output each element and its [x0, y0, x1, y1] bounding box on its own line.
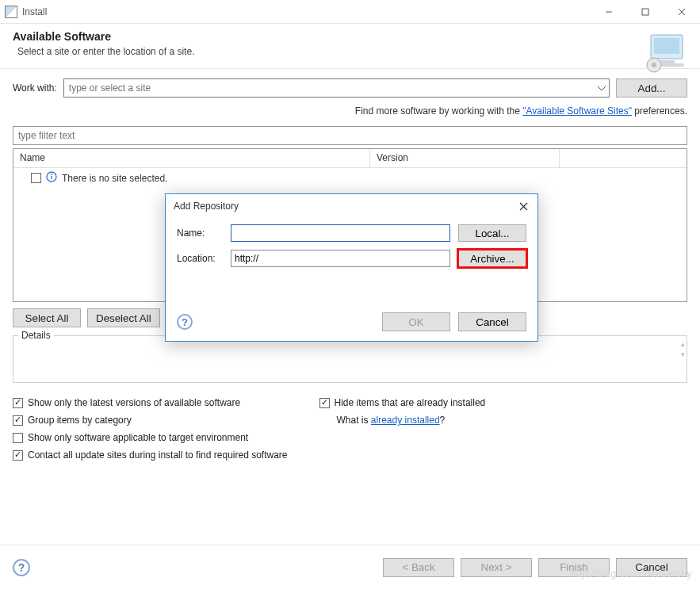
col-spacer [560, 149, 687, 167]
scroll-up-icon[interactable]: ▴ [681, 341, 685, 348]
chevron-down-icon[interactable] [598, 82, 606, 94]
workwith-combo[interactable] [63, 78, 610, 98]
svg-point-11 [51, 174, 52, 175]
window-titlebar: Install [0, 0, 700, 24]
workwith-input[interactable] [67, 82, 591, 94]
deselect-all-button[interactable]: Deselect All [87, 308, 160, 327]
details-label: Details [18, 330, 54, 341]
sites-hint: Find more software by working with the "… [13, 105, 687, 117]
table-row[interactable]: There is no site selected. [31, 171, 680, 185]
location-label: Location: [177, 253, 223, 264]
table-header: Name Version [13, 149, 687, 168]
opt-target[interactable]: Show only software applicable to target … [13, 432, 288, 443]
name-row: Name: Local... [177, 224, 526, 242]
finish-button[interactable]: Finish [538, 558, 610, 577]
bottom-bar: ? < Back Next > Finish Cancel [0, 545, 700, 589]
svg-rect-12 [51, 176, 52, 179]
details-scroll[interactable]: ▴▾ [681, 341, 685, 358]
workwith-label: Work with: [13, 82, 57, 94]
dialog-titlebar: Add Repository [166, 194, 537, 218]
close-button[interactable] [664, 0, 700, 24]
maximize-button[interactable] [627, 0, 664, 24]
name-label: Name: [177, 228, 223, 239]
location-field[interactable] [231, 250, 450, 267]
info-icon [46, 171, 57, 185]
dialog-help-icon[interactable]: ? [177, 314, 193, 330]
location-row: Location: Archive... [177, 250, 526, 267]
dialog-footer: ? OK Cancel [177, 312, 526, 331]
opt-contact[interactable]: Contact all update sites during install … [13, 449, 288, 461]
select-all-button[interactable]: Select All [13, 308, 81, 327]
window-title: Install [22, 6, 591, 17]
dialog-ok-button[interactable]: OK [382, 312, 450, 331]
local-button[interactable]: Local... [458, 224, 526, 242]
checkbox[interactable] [13, 415, 23, 426]
checkbox[interactable] [13, 450, 23, 461]
dialog-cancel-button[interactable]: Cancel [458, 312, 526, 331]
opt-group[interactable]: Group items by category [13, 415, 288, 426]
name-field[interactable] [231, 224, 450, 242]
opt-hide-installed[interactable]: Hide items that are already installed [319, 397, 486, 408]
svg-point-9 [652, 63, 656, 67]
row-checkbox[interactable] [31, 173, 41, 183]
available-software-sites-link[interactable]: "Available Software Sites" [522, 105, 632, 117]
dialog-close-button[interactable] [514, 197, 533, 215]
checkbox[interactable] [13, 398, 23, 408]
options: Show only the latest versions of availab… [13, 397, 687, 461]
svg-rect-1 [642, 9, 648, 15]
scroll-down-icon[interactable]: ▾ [681, 351, 685, 358]
col-name[interactable]: Name [13, 149, 370, 167]
dialog-title: Add Repository [174, 201, 239, 212]
minimize-button[interactable] [591, 0, 627, 24]
workwith-row: Work with: Add... [13, 78, 687, 98]
back-button[interactable]: < Back [383, 558, 454, 577]
next-button[interactable]: Next > [461, 558, 532, 577]
checkbox[interactable] [319, 398, 330, 408]
cancel-button[interactable]: Cancel [616, 558, 687, 577]
page-title: Available Software [13, 30, 687, 43]
add-repository-dialog: Add Repository Name: Local... Location: … [165, 193, 538, 342]
help-icon[interactable]: ? [13, 559, 30, 576]
already-installed-link[interactable]: already installed [371, 415, 440, 426]
whatis-text: What is already installed? [337, 415, 486, 426]
svg-rect-5 [654, 38, 679, 54]
details-group: Details ▴▾ [13, 335, 687, 383]
wizard-header: Available Software Select a site or ente… [0, 24, 700, 69]
opt-latest[interactable]: Show only the latest versions of availab… [13, 397, 288, 408]
checkbox[interactable] [13, 433, 23, 443]
add-button[interactable]: Add... [616, 78, 687, 98]
col-version[interactable]: Version [370, 149, 560, 167]
filter-input[interactable] [13, 126, 687, 145]
install-icon [643, 30, 687, 75]
app-icon [5, 6, 17, 18]
page-subtitle: Select a site or enter the location of a… [17, 46, 687, 57]
row-label: There is no site selected. [62, 173, 167, 184]
archive-button[interactable]: Archive... [458, 250, 526, 267]
